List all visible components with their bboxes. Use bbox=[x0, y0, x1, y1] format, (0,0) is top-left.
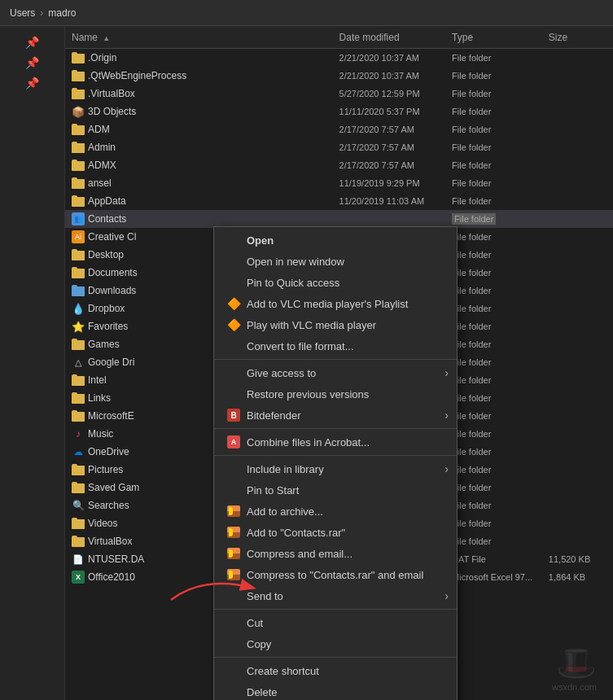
file-name-text: Contacts bbox=[88, 213, 126, 225]
file-name-text: Games bbox=[88, 339, 120, 350]
menu-item-label: Restore previous versions bbox=[247, 388, 369, 400]
context-menu-item-convert[interactable]: Convert to file format... bbox=[214, 335, 457, 357]
menu-item-label: Convert to file format... bbox=[247, 340, 354, 352]
context-menu-item-give-access[interactable]: Give access to bbox=[214, 362, 457, 383]
file-name-cell: 👥 Contacts bbox=[65, 212, 339, 225]
folder-icon bbox=[72, 339, 85, 350]
table-row[interactable]: ADM 2/17/2020 7:57 AM File folder bbox=[65, 120, 613, 138]
table-row[interactable]: 👥 Contacts File folder bbox=[65, 210, 613, 228]
file-date-cell: 11/11/2020 5:37 PM bbox=[339, 107, 453, 116]
context-menu-item-cut[interactable]: Cut bbox=[214, 612, 457, 633]
context-menu-item-delete[interactable]: Delete bbox=[214, 681, 457, 700]
menu-item-icon bbox=[227, 483, 240, 497]
menu-item-label: Compress and email... bbox=[247, 548, 352, 560]
file-name-text: NTUSER.DA bbox=[88, 553, 144, 565]
context-menu-item-combine-acrobat[interactable]: ACombine files in Acrobat... bbox=[214, 431, 457, 453]
breadcrumb-madro[interactable]: madro bbox=[48, 7, 76, 19]
context-menu-item-vlc-playlist[interactable]: 🔶Add to VLC media player's Playlist bbox=[214, 293, 457, 314]
file-name-text: ansel bbox=[88, 177, 112, 189]
folder-icon bbox=[72, 195, 85, 207]
context-menu-item-restore-versions[interactable]: Restore previous versions bbox=[214, 383, 457, 405]
context-menu-item-compress-email[interactable]: Compress and email... bbox=[214, 543, 457, 564]
menu-item-label: Cut bbox=[247, 617, 263, 629]
file-name-text: ADMX bbox=[88, 160, 116, 171]
file-name-text: Links bbox=[88, 392, 111, 404]
context-menu-item-add-archive[interactable]: Add to archive... bbox=[214, 501, 457, 522]
col-header-name[interactable]: Name ▲ bbox=[65, 32, 339, 43]
folder-icon bbox=[72, 536, 85, 547]
file-name-text: Searches bbox=[88, 500, 129, 511]
context-menu-separator bbox=[214, 428, 457, 429]
table-row[interactable]: .Origin 2/21/2020 10:37 AM File folder bbox=[65, 49, 613, 67]
file-type-cell: File folder bbox=[452, 196, 549, 206]
folder-icon bbox=[72, 70, 85, 81]
context-menu-item-include-library[interactable]: Include in library bbox=[214, 458, 457, 479]
file-name-text: AppData bbox=[88, 195, 126, 207]
menu-item-icon bbox=[227, 255, 240, 268]
context-menu-item-add-contacts-rar[interactable]: Add to "Contacts.rar" bbox=[214, 522, 457, 543]
table-row[interactable]: 📦 3D Objects 11/11/2020 5:37 PM File fol… bbox=[65, 103, 613, 120]
menu-item-label: Delete bbox=[247, 686, 278, 698]
menu-item-label: Send to bbox=[247, 590, 283, 602]
context-menu-item-pin-quick[interactable]: Pin to Quick access bbox=[214, 272, 457, 293]
file-size-cell: 11,520 KB bbox=[549, 554, 613, 564]
table-row[interactable]: .QtWebEngineProcess 2/21/2020 10:37 AM F… bbox=[65, 67, 613, 85]
bitdefender-icon: B bbox=[227, 409, 240, 422]
file-name-text: Google Dri bbox=[88, 357, 134, 368]
pin-button-1[interactable]: 📌 bbox=[24, 34, 41, 50]
pin-button-2[interactable]: 📌 bbox=[24, 55, 41, 71]
context-menu-item-create-shortcut[interactable]: Create shortcut bbox=[214, 660, 457, 681]
file-type-cell: File folder bbox=[452, 429, 549, 439]
col-header-size[interactable]: Size bbox=[549, 32, 613, 43]
folder-icon bbox=[72, 285, 85, 296]
column-headers: Name ▲ Date modified Type Size bbox=[65, 26, 613, 49]
col-header-date[interactable]: Date modified bbox=[339, 32, 453, 43]
col-header-type[interactable]: Type bbox=[452, 32, 549, 43]
context-menu-item-vlc-play[interactable]: 🔶Play with VLC media player bbox=[214, 314, 457, 335]
file-name-cell: .QtWebEngineProcess bbox=[65, 70, 339, 81]
adobe-icon: A bbox=[227, 435, 240, 448]
file-name-text: Videos bbox=[88, 518, 117, 529]
winrar-icon bbox=[227, 526, 240, 539]
file-name-cell: ADMX bbox=[65, 160, 339, 171]
pin-button-3[interactable]: 📌 bbox=[24, 75, 41, 91]
file-name-text: .Origin bbox=[88, 52, 116, 63]
context-menu-separator bbox=[214, 455, 457, 456]
file-date-cell: 2/17/2020 7:57 AM bbox=[339, 125, 453, 134]
explorer-main: 📌 📌 📌 Name ▲ Date modified Type Size .Or… bbox=[0, 26, 613, 700]
table-row[interactable]: ansel 11/19/2019 9:29 PM File folder bbox=[65, 174, 613, 192]
context-menu-item-open-new-window[interactable]: Open in new window bbox=[214, 251, 457, 272]
file-name-text: Music bbox=[88, 428, 113, 440]
table-row[interactable]: ADMX 2/17/2020 7:57 AM File folder bbox=[65, 156, 613, 174]
menu-item-icon bbox=[227, 339, 240, 352]
file-name-text: Saved Gam bbox=[88, 482, 139, 493]
folder-icon bbox=[72, 464, 85, 475]
context-menu-item-compress-contacts-email[interactable]: Compress to "Contacts.rar" and email bbox=[214, 564, 457, 585]
file-name-text: ADM bbox=[88, 124, 110, 135]
context-menu-item-send-to[interactable]: Send to bbox=[214, 585, 457, 606]
menu-item-label: Play with VLC media player bbox=[247, 319, 376, 331]
file-type-cell: File folder bbox=[452, 142, 549, 152]
file-date-cell: 11/20/2019 11:03 AM bbox=[339, 196, 453, 206]
menu-item-icon bbox=[227, 664, 240, 677]
folder-icon bbox=[72, 160, 85, 171]
file-name-text: OneDrive bbox=[88, 446, 129, 457]
context-menu-item-bitdefender[interactable]: BBitdefender bbox=[214, 405, 457, 426]
context-menu-item-pin-start[interactable]: Pin to Start bbox=[214, 479, 457, 501]
menu-item-label: Pin to Start bbox=[247, 484, 299, 497]
table-row[interactable]: AppData 11/20/2019 11:03 AM File folder bbox=[65, 192, 613, 210]
folder-icon bbox=[72, 124, 85, 135]
file-name-text: .QtWebEngineProcess bbox=[88, 70, 186, 81]
folder-icon bbox=[72, 410, 85, 422]
file-type-cell: Microsoft Excel 97... bbox=[452, 572, 549, 582]
context-menu-item-open[interactable]: Open bbox=[214, 230, 457, 251]
table-row[interactable]: Admin 2/17/2020 7:57 AM File folder bbox=[65, 138, 613, 156]
breadcrumb-users[interactable]: Users bbox=[10, 7, 35, 19]
menu-item-icon bbox=[227, 589, 240, 602]
menu-item-label: Give access to bbox=[247, 367, 316, 379]
file-name-text: Dropbox bbox=[88, 303, 125, 314]
menu-item-label: Add to "Contacts.rar" bbox=[247, 527, 345, 539]
file-name-text: 3D Objects bbox=[88, 106, 136, 117]
context-menu-item-copy[interactable]: Copy bbox=[214, 633, 457, 654]
table-row[interactable]: .VirtualBox 5/27/2020 12:59 PM File fold… bbox=[65, 85, 613, 103]
